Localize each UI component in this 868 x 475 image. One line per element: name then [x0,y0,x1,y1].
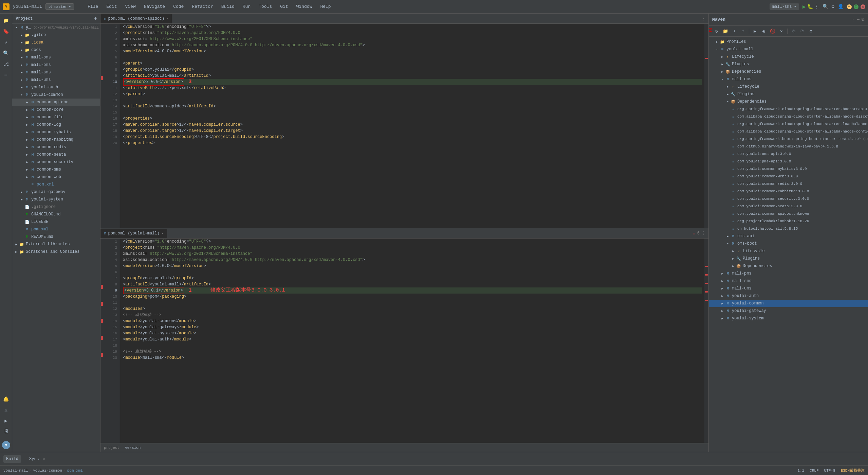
sidebar-item-common-rabbitmq[interactable]: ▶ M common-rabbitmq [12,136,100,143]
maven-youlai-auth[interactable]: ▶ M youlai-auth [709,292,868,300]
maven-mall-sms[interactable]: ▶ M mall-sms [709,277,868,285]
sidebar-item-youlai-mall[interactable]: ▾ M youlai-mall D:/project/youlai-v3/you… [12,24,100,31]
menu-help[interactable]: Help [317,3,334,11]
sidebar-item-external-libs[interactable]: ▶ 📁 External Libraries [12,241,100,248]
user-icon[interactable]: 👤 [838,4,844,10]
problems-icon[interactable]: ⚠ [2,406,10,414]
sidebar-item-common-apidoc[interactable]: ▶ M common-apidoc [12,99,100,106]
sidebar-item-youlai-system[interactable]: ▶ M youlai-system [12,196,100,203]
breadcrumb-pom[interactable]: pom.xml [67,469,83,473]
sidebar-item-mall-pms[interactable]: ▶ M mall-pms [12,61,100,69]
sync-tab[interactable]: Sync ✕ [26,455,48,463]
menu-navigate[interactable]: Navigate [141,3,168,11]
maven-dep-item-12[interactable]: ☕ com.youlai:common-rabbitmq:3.0.0 [709,188,868,195]
menu-tools[interactable]: Tools [255,3,275,11]
maven-dep-item-2[interactable]: ☕ com.alibaba.cloud:spring-cloud-starter… [709,113,868,120]
maven-dep-item-6[interactable]: ☕ com.github.binarywang:weixin-java-pay:… [709,143,868,150]
maven-dep-item-4[interactable]: ☕ com.alibaba.cloud:spring-cloud-starter… [709,128,868,135]
panel-options-icon[interactable]: ⋮ [702,16,706,21]
sidebar-item-scratches[interactable]: ▶ 📁 Scratches and Consoles [12,248,100,256]
maven-dep-item-17[interactable]: ☕ cn.hutool:hutool-all:5.8.15 [709,225,868,232]
maven-youlai-gateway[interactable]: ▶ M youlai-gateway [709,307,868,315]
sidebar-item-common-core[interactable]: ▶ M common-core [12,106,100,113]
breadcrumb-version[interactable]: version [125,446,141,450]
sidebar-item-mall-ums[interactable]: ▶ M mall-ums [12,76,100,84]
run-icon[interactable]: ▶ [802,3,806,10]
maven-plugins-1[interactable]: ▶ 🔧 Plugins [709,60,868,68]
maven-settings-btn[interactable]: ⚙ [807,28,815,35]
close-button[interactable]: ✕ [861,4,865,9]
breadcrumb-youlai-mall[interactable]: youlai-mall [3,469,28,473]
sidebar-item-pom-common[interactable]: M pom.xml [12,181,100,188]
sidebar-item-mall-oms[interactable]: ▶ M mall-oms [12,54,100,61]
menu-file[interactable]: File [84,3,101,11]
project-icon[interactable]: 📁 [2,16,10,24]
sidebar-item-youlai-common[interactable]: ▾ M youlai-common [12,91,100,99]
maven-profiles[interactable]: ▶ 📁 Profiles [709,38,868,46]
maven-download-btn[interactable]: ⬇ [731,28,738,35]
database-icon[interactable]: 🗄 [2,427,10,436]
build-tab[interactable]: Build [3,455,21,463]
sidebar-item-common-security[interactable]: ▶ M common-security [12,158,100,166]
maven-oms-api[interactable]: ▶ M oms-api [709,232,868,240]
maven-mall-oms-deps[interactable]: ▾ 📦 Dependencies [709,98,868,105]
maven-dep-item-10[interactable]: ☕ com.youlai:common-web:3.0.0 [709,173,868,180]
maven-add-btn[interactable]: + [739,28,747,35]
maven-dep-item-15[interactable]: ☕ com.youlai:common-apidoc:unknown [709,210,868,217]
sidebar-item-common-seata[interactable]: ▶ M common-seata [12,151,100,158]
branch-badge[interactable]: ⎇ master ▾ [45,3,74,10]
maven-collapse-btn[interactable]: ⟲ [790,28,797,35]
sidebar-item-docs[interactable]: ▶ 📁 docs [12,46,100,54]
sidebar-item-youlai-auth[interactable]: ▶ M youlai-auth [12,84,100,91]
panel-options-icon2[interactable]: ⋮ [702,231,706,236]
menu-code[interactable]: Code [170,3,187,11]
maven-float-icon[interactable]: ⧉ [862,17,865,22]
maven-youlai-common[interactable]: ▶ M youlai-common [709,300,868,307]
menu-view[interactable]: View [122,3,139,11]
sidebar-item-common-log[interactable]: ▶ M common-log [12,121,100,128]
debug-icon[interactable]: 🐛 [807,4,813,10]
maximize-button[interactable]: □ [854,4,858,9]
maven-right-icon[interactable]: M [2,441,10,449]
maven-minimize-icon[interactable]: — [857,17,860,22]
sidebar-item-changelog[interactable]: M CHANGELOG.md [12,211,100,218]
menu-build[interactable]: Build [218,3,238,11]
terminal-icon[interactable]: ▶ [2,417,10,425]
maven-oms-boot-plugins[interactable]: ▶ 🔧 Plugins [709,255,868,262]
sync-close-icon[interactable]: ✕ [43,457,45,461]
sidebar-item-youlai-gateway[interactable]: ▶ M youlai-gateway [12,188,100,196]
maven-youlai-system[interactable]: ▶ M youlai-system [709,315,868,322]
sidebar-item-common-web[interactable]: ▶ M common-web [12,173,100,181]
menu-run[interactable]: Run [239,3,254,11]
menu-window[interactable]: Window [293,3,316,11]
maven-dep-item-8[interactable]: ☕ com.youlai:pms-api:3.0.0 [709,158,868,165]
menu-edit[interactable]: Edit [103,3,120,11]
maven-mall-oms-plugins[interactable]: ▶ 🔧 Plugins [709,90,868,98]
breadcrumb-project[interactable]: project [104,446,119,450]
maven-oms-boot-lifecycle[interactable]: ▶ ⚡ Lifecycle [709,247,868,255]
bottom-panel-tab[interactable]: m pom.xml (youlai-mall) ✕ [100,229,167,238]
maven-mall-oms-lifecycle[interactable]: ▶ ⚡ Lifecycle [709,83,868,90]
top-scroll-strip[interactable] [704,24,708,228]
sidebar-item-common-redis[interactable]: ▶ M common-redis [12,143,100,151]
menu-git[interactable]: Git [277,3,291,11]
search-icon[interactable]: 🔍 [823,4,828,10]
top-panel-tab[interactable]: m pom.xml (common-apidoc) ✕ [100,14,172,23]
bookmark-icon[interactable]: 🔖 [2,27,10,35]
menu-refactor[interactable]: Refactor [188,3,216,11]
notifications-icon[interactable]: 🔔 [2,395,10,403]
maven-dep-item-13[interactable]: ☕ com.youlai:common-security:3.0.0 [709,195,868,203]
maven-dep-item-7[interactable]: ☕ com.youlai:oms-api:3.0.0 [709,150,868,158]
maven-dep-item-1[interactable]: ☕ org.springframework.cloud:spring-cloud… [709,105,868,113]
sidebar-item-readme[interactable]: M README.md [12,233,100,241]
maven-dep-item-14[interactable]: ☕ com.youlai:common-seata:3.0.0 [709,203,868,210]
maven-oms-boot-deps[interactable]: ▶ 📦 Dependencies [709,262,868,270]
sidebar-options-icon[interactable]: ⚙ [94,16,97,21]
maven-dep-item-16[interactable]: ☕ org.projectlombok:lombok:1.18.26 [709,217,868,225]
maven-youlai-mall[interactable]: ▾ M youlai-mall [709,46,868,53]
more-sidebar-icon[interactable]: ⋯ [2,71,10,79]
sidebar-item-common-sms[interactable]: ▶ M common-sms [12,166,100,173]
sidebar-item-common-mybatis[interactable]: ▶ M common-mybatis [12,128,100,136]
maven-profile-btn[interactable]: ◉ [760,28,768,35]
sidebar-item-common-file[interactable]: ▶ M common-file [12,113,100,121]
